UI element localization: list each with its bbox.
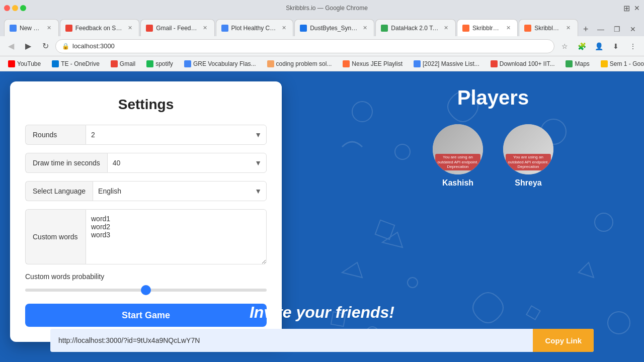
bookmark-coding[interactable]: coding problem sol... bbox=[263, 58, 336, 69]
bookmark-favicon bbox=[491, 60, 498, 67]
tab-close-icon[interactable]: ✕ bbox=[504, 24, 512, 32]
bookmark-massive[interactable]: [2022] Massive List... bbox=[410, 58, 484, 69]
bookmark-youtube[interactable]: YouTube bbox=[4, 58, 45, 69]
bookmark-download[interactable]: Download 100+ IIT... bbox=[487, 58, 559, 69]
window-maximize[interactable] bbox=[20, 5, 26, 11]
tab-label: Skribbls.io bbox=[534, 25, 561, 32]
profile-icon[interactable]: 👤 bbox=[592, 39, 606, 53]
reload-button[interactable]: ↻ bbox=[38, 39, 52, 53]
download-icon[interactable]: ⬇ bbox=[609, 39, 623, 53]
tab-label: Feedback on Su... bbox=[75, 25, 123, 32]
tab-close-icon[interactable]: ✕ bbox=[126, 24, 134, 32]
bookmark-label: Gmail bbox=[120, 60, 135, 67]
bookmark-favicon bbox=[414, 60, 421, 67]
draw-time-select[interactable]: 40 60 80 100 bbox=[107, 153, 267, 173]
players-title: Players bbox=[457, 86, 529, 109]
probability-label: Custom words probability bbox=[25, 273, 267, 281]
bookmark-favicon bbox=[267, 60, 274, 67]
tab-bar: New Tab ✕ Feedback on Su... ✕ Gmail - Fe… bbox=[0, 16, 644, 36]
language-row: Select Language English Spanish French ▼ bbox=[25, 181, 267, 201]
tab-favicon bbox=[65, 25, 72, 32]
bookmark-onedrive[interactable]: TE - OneDrive bbox=[48, 58, 104, 69]
tab-close-icon[interactable]: ✕ bbox=[201, 24, 209, 32]
settings-icon[interactable]: ⋮ bbox=[626, 39, 640, 53]
custom-words-textarea[interactable]: word1 word2 word3 bbox=[86, 209, 267, 264]
bookmark-favicon bbox=[566, 60, 573, 67]
bookmark-maps[interactable]: Maps bbox=[561, 58, 593, 69]
tab-close-icon[interactable]: ✕ bbox=[361, 24, 369, 32]
tab-favicon bbox=[221, 25, 228, 32]
language-select[interactable]: English Spanish French bbox=[93, 181, 267, 201]
window-expand-icon[interactable]: ⊞ bbox=[623, 4, 630, 13]
tab-favicon bbox=[524, 25, 531, 32]
tab-gmail[interactable]: Gmail - Feedb... ✕ bbox=[140, 19, 214, 36]
tab-datahack[interactable]: DataHack 2.0 Te... ✕ bbox=[375, 19, 456, 36]
tab-label: DustBytes_Sync... bbox=[310, 25, 358, 32]
back-button[interactable]: ◀ bbox=[4, 39, 18, 53]
tab-favicon bbox=[146, 25, 153, 32]
players-section: Players You are using anoutdated API end… bbox=[342, 71, 644, 273]
tab-label: Plot Healthy Co... bbox=[231, 25, 277, 32]
tab-new-tab[interactable]: New Tab ✕ bbox=[4, 19, 59, 36]
close-btn[interactable]: ✕ bbox=[626, 22, 640, 36]
probability-slider[interactable] bbox=[25, 289, 267, 292]
tab-favicon bbox=[300, 25, 307, 32]
restore-btn[interactable]: ❐ bbox=[610, 22, 624, 36]
address-lock-icon: 🔒 bbox=[62, 43, 69, 50]
browser-chrome: Skribblrs.io — Google Chrome ⊞ ✕ New Tab… bbox=[0, 0, 644, 71]
tab-close-icon[interactable]: ✕ bbox=[442, 24, 450, 32]
tab-skribbls2[interactable]: Skribbls.io ✕ bbox=[519, 19, 578, 36]
draw-time-label: Draw time in seconds bbox=[25, 153, 107, 173]
window-close-btn[interactable]: ✕ bbox=[634, 4, 640, 12]
tab-label: Gmail - Feedb... bbox=[156, 25, 198, 32]
language-label: Select Language bbox=[25, 181, 93, 201]
window-title: Skribblrs.io — Google Chrome bbox=[32, 5, 621, 12]
bookmark-label: spotify bbox=[155, 60, 173, 67]
invite-link-text[interactable]: http://localhost:3000/?id=9tUx4a9NQcLwY7… bbox=[50, 336, 533, 344]
bookmark-gmail[interactable]: Gmail bbox=[107, 58, 139, 69]
forward-button[interactable]: ▶ bbox=[21, 39, 35, 53]
tab-close-icon[interactable]: ✕ bbox=[45, 24, 53, 32]
rounds-select-wrapper: 2 3 4 5 ▼ bbox=[86, 125, 267, 145]
rounds-select[interactable]: 2 3 4 5 bbox=[86, 125, 267, 145]
tab-dustbytes[interactable]: DustBytes_Sync... ✕ bbox=[294, 19, 374, 36]
tab-label: New Tab bbox=[20, 25, 42, 32]
draw-time-select-wrapper: 40 60 80 100 ▼ bbox=[107, 153, 267, 173]
player-avatar-shreya: You are using anoutdated API endpoint.De… bbox=[503, 124, 553, 174]
bookmark-spotify[interactable]: spotify bbox=[142, 58, 177, 69]
minimize-btn[interactable]: — bbox=[594, 22, 608, 36]
window-close[interactable] bbox=[4, 5, 10, 11]
extension-icon[interactable]: 🧩 bbox=[575, 39, 589, 53]
tab-close-icon[interactable]: ✕ bbox=[280, 24, 288, 32]
language-select-wrapper: English Spanish French ▼ bbox=[93, 181, 267, 201]
nav-bar: ◀ ▶ ↻ 🔒 localhost:3000 ☆ 🧩 👤 ⬇ ⋮ bbox=[0, 36, 644, 56]
tab-feedback[interactable]: Feedback on Su... ✕ bbox=[60, 19, 140, 36]
draw-time-row: Draw time in seconds 40 60 80 100 ▼ bbox=[25, 153, 267, 173]
player-card-kashish: You are using anoutdated API endpoint.De… bbox=[433, 124, 483, 188]
avatar-error-kashish: You are using anoutdated API endpoint.De… bbox=[435, 154, 480, 170]
bookmark-favicon bbox=[601, 60, 608, 67]
bookmark-favicon bbox=[184, 60, 191, 67]
window-minimize[interactable] bbox=[12, 5, 18, 11]
main-content: Settings Rounds 2 3 4 5 ▼ Draw time in s… bbox=[0, 71, 644, 362]
tab-label: Skribblrs.io bbox=[472, 25, 501, 32]
custom-words-label: Custom words bbox=[25, 209, 86, 264]
tab-close-icon[interactable]: ✕ bbox=[565, 24, 573, 32]
bookmark-nexus[interactable]: Nexus JEE Playlist bbox=[339, 58, 407, 69]
invite-bar: http://localhost:3000/?id=9tUx4a9NQcLwY7… bbox=[50, 329, 594, 352]
tab-favicon bbox=[381, 25, 388, 32]
probability-section: Custom words probability bbox=[25, 273, 267, 294]
copy-link-button[interactable]: Copy Link bbox=[533, 329, 594, 352]
tab-plot[interactable]: Plot Healthy Co... ✕ bbox=[216, 19, 294, 36]
bookmark-favicon bbox=[111, 60, 118, 67]
bookmark-favicon bbox=[8, 60, 15, 67]
tab-skribblrs[interactable]: Skribblrs.io ✕ bbox=[457, 19, 518, 36]
new-tab-button[interactable]: + bbox=[579, 22, 593, 36]
bookmark-icon[interactable]: ☆ bbox=[557, 39, 572, 53]
bookmark-gre[interactable]: GRE Vocabulary Flas... bbox=[180, 58, 260, 69]
bookmark-drive[interactable]: Sem 1 - Google Drive bbox=[597, 58, 644, 69]
bookmark-favicon bbox=[146, 60, 153, 67]
bookmark-favicon bbox=[52, 60, 59, 67]
address-bar[interactable]: 🔒 localhost:3000 bbox=[55, 39, 554, 53]
bookmark-label: GRE Vocabulary Flas... bbox=[193, 60, 256, 67]
